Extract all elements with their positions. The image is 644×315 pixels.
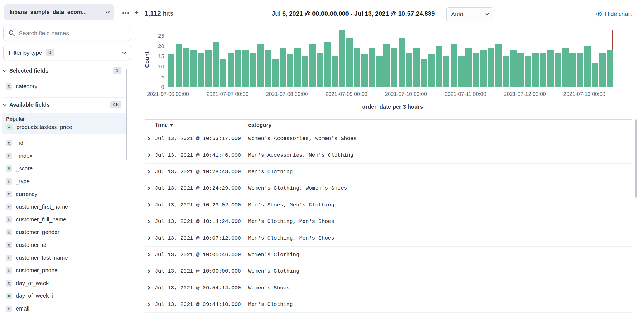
field-item-products.taxless_price[interactable]: # products.taxless_price: [2, 123, 126, 132]
field-item-customer_first_name[interactable]: t customer_first_name: [3, 201, 126, 213]
selected-fields-accordion[interactable]: Selected fields 1: [3, 65, 126, 77]
expand-row-button[interactable]: [145, 169, 151, 174]
histogram-bar[interactable]: [220, 59, 226, 87]
field-item-category[interactable]: t category: [3, 80, 126, 92]
histogram-bar[interactable]: [413, 48, 420, 87]
field-item-day_of_week_i[interactable]: # day_of_week_i: [3, 290, 126, 302]
field-item-customer_full_name[interactable]: t customer_full_name: [3, 213, 126, 226]
field-list-options-button[interactable]: [121, 9, 130, 17]
histogram-bar[interactable]: [555, 52, 561, 87]
expand-row-button[interactable]: [145, 219, 151, 224]
histogram-bar[interactable]: [562, 48, 569, 87]
histogram-bar[interactable]: [376, 56, 383, 87]
expand-row-button[interactable]: [145, 269, 151, 274]
histogram-bar[interactable]: [421, 59, 427, 87]
sidebar-scrollbar[interactable]: [126, 69, 127, 160]
histogram-bar[interactable]: [176, 44, 182, 87]
interval-select[interactable]: Auto: [446, 7, 493, 21]
histogram-bar[interactable]: [228, 52, 234, 87]
histogram-bar[interactable]: [383, 44, 390, 87]
histogram-bar[interactable]: [406, 52, 412, 87]
histogram-bar[interactable]: [517, 52, 524, 87]
histogram-bar[interactable]: [428, 54, 435, 87]
histogram-bar[interactable]: [584, 46, 591, 87]
expand-row-button[interactable]: [145, 302, 151, 307]
expand-row-button[interactable]: [145, 186, 151, 191]
histogram-bar[interactable]: [332, 56, 338, 87]
histogram-bar[interactable]: [599, 52, 606, 87]
histogram-bar[interactable]: [569, 52, 576, 87]
search-field-names-input[interactable]: [3, 25, 131, 41]
histogram-bar[interactable]: [205, 50, 212, 87]
field-item-day_of_week[interactable]: t day_of_week: [3, 277, 126, 290]
histogram-bar[interactable]: [607, 50, 613, 87]
histogram-bar[interactable]: [265, 50, 271, 87]
histogram-bar[interactable]: [532, 52, 539, 87]
histogram-bar[interactable]: [213, 42, 219, 87]
field-item-customer_gender[interactable]: t customer_gender: [3, 226, 126, 239]
histogram-bar[interactable]: [473, 52, 479, 87]
field-item-customer_phone[interactable]: t customer_phone: [3, 264, 126, 277]
histogram-bar[interactable]: [465, 48, 472, 87]
field-item-currency[interactable]: t currency: [3, 188, 126, 201]
field-item-_score[interactable]: # _score: [3, 162, 126, 175]
histogram-plot[interactable]: [168, 30, 614, 87]
table-scrollbar[interactable]: [635, 119, 637, 198]
time-column-header[interactable]: Time: [155, 122, 248, 128]
expand-row-button[interactable]: [145, 152, 151, 158]
field-item-_type[interactable]: t _type: [3, 175, 126, 188]
histogram-bar[interactable]: [399, 38, 405, 87]
expand-row-button[interactable]: [145, 285, 151, 290]
field-item-customer_id[interactable]: t customer_id: [3, 239, 126, 252]
collapse-sidebar-button[interactable]: [131, 8, 141, 17]
histogram-bar[interactable]: [510, 50, 517, 87]
histogram-bar[interactable]: [436, 46, 442, 87]
filter-by-type-button[interactable]: Filter by type 0: [3, 45, 131, 60]
histogram-bar[interactable]: [339, 30, 345, 87]
histogram-bar[interactable]: [480, 50, 487, 87]
histogram-bar[interactable]: [190, 50, 197, 87]
expand-row-button[interactable]: [145, 136, 151, 141]
category-column-header[interactable]: category: [248, 122, 632, 128]
histogram-bar[interactable]: [443, 56, 449, 87]
histogram-bar[interactable]: [577, 52, 583, 87]
histogram-bar[interactable]: [280, 48, 286, 87]
histogram-bar[interactable]: [592, 63, 598, 87]
expand-row-button[interactable]: [145, 252, 151, 257]
histogram-bar[interactable]: [369, 48, 375, 87]
histogram-bar[interactable]: [198, 52, 204, 87]
histogram-bar[interactable]: [346, 38, 353, 87]
histogram-bar[interactable]: [183, 48, 189, 87]
histogram-bar[interactable]: [287, 54, 293, 87]
index-pattern-switcher[interactable]: kibana_sample_data_ecom...: [4, 4, 114, 20]
histogram-bar[interactable]: [302, 56, 308, 87]
histogram-bar[interactable]: [294, 48, 301, 87]
histogram-bar[interactable]: [168, 54, 174, 87]
histogram-bar[interactable]: [451, 44, 457, 87]
hide-chart-button[interactable]: Hide chart: [596, 11, 632, 17]
histogram-bar[interactable]: [242, 50, 249, 87]
histogram-bar[interactable]: [547, 50, 554, 87]
histogram-bar[interactable]: [503, 56, 509, 87]
histogram-bar[interactable]: [495, 44, 501, 87]
histogram-bar[interactable]: [309, 44, 316, 87]
histogram-bar[interactable]: [540, 52, 546, 87]
expand-row-button[interactable]: [145, 235, 151, 241]
expand-row-button[interactable]: [145, 202, 151, 207]
histogram-bar[interactable]: [257, 44, 264, 87]
histogram-bar[interactable]: [458, 56, 464, 87]
histogram-bar[interactable]: [272, 59, 278, 87]
histogram-bar[interactable]: [324, 42, 331, 87]
histogram-bar[interactable]: [317, 52, 323, 87]
histogram-bar[interactable]: [235, 50, 241, 87]
histogram-bar[interactable]: [488, 48, 494, 87]
field-item-_index[interactable]: t _index: [3, 150, 126, 163]
histogram-bar[interactable]: [250, 52, 256, 87]
field-item-email[interactable]: t email: [3, 302, 126, 315]
field-item-_id[interactable]: t _id: [3, 137, 126, 150]
histogram-bar[interactable]: [361, 54, 368, 87]
field-item-customer_last_name[interactable]: t customer_last_name: [3, 251, 126, 264]
histogram-bar[interactable]: [354, 48, 360, 87]
histogram-bar[interactable]: [391, 48, 397, 87]
histogram-bar[interactable]: [525, 56, 531, 87]
